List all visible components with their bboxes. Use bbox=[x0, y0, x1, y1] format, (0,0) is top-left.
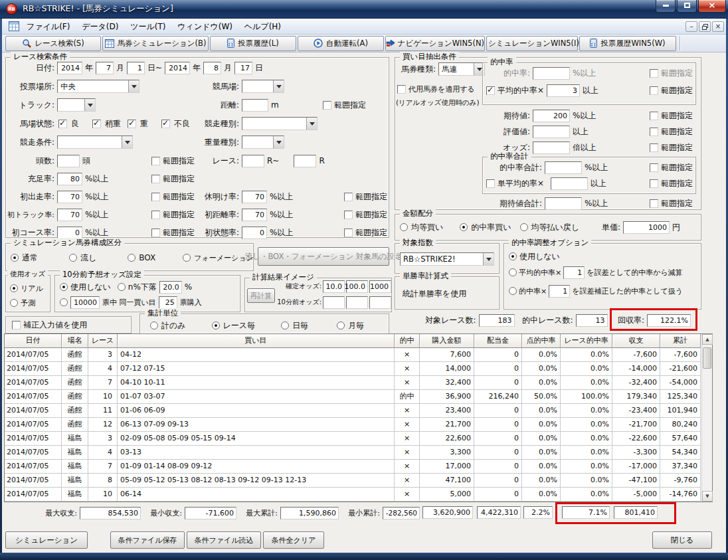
fill-rate-input[interactable]: 80 bbox=[57, 173, 82, 185]
ground-slightly-heavy-checkbox[interactable] bbox=[92, 120, 101, 128]
pre-odds-input-1[interactable] bbox=[323, 296, 345, 309]
fixed-odds-input-1[interactable]: 10.0 bbox=[323, 280, 345, 293]
table-row[interactable]: 2014/07/05 函館 11 01-06 06-09 × 23,400 0 … bbox=[5, 404, 712, 418]
ticket-formation-radio[interactable] bbox=[183, 254, 191, 262]
vote-history-win5-button[interactable]: 投票履歴WIN5(W) bbox=[579, 36, 676, 51]
evaluation-value-input[interactable] bbox=[533, 126, 570, 138]
correction-checkbox[interactable] bbox=[12, 321, 21, 329]
load-condition-file-button[interactable]: 条件ファイル読込 bbox=[187, 531, 261, 549]
date-from-year-input[interactable]: 2014 bbox=[57, 62, 82, 74]
col-header-place[interactable]: 場名 bbox=[62, 334, 88, 348]
adjust-corrected-radio[interactable] bbox=[509, 287, 517, 295]
race-from-input[interactable] bbox=[242, 155, 264, 167]
unit-per-race-radio[interactable] bbox=[212, 322, 220, 329]
first-distance-rate-range-checkbox[interactable] bbox=[344, 211, 353, 219]
table-row[interactable]: 2014/07/05 函館 12 06-13 07-09 09-13 × 21,… bbox=[5, 418, 712, 432]
evaluation-value-range-checkbox[interactable] bbox=[650, 128, 658, 136]
amount-equal-return-radio[interactable] bbox=[520, 223, 528, 231]
hit-rate-range-checkbox[interactable] bbox=[650, 69, 658, 78]
vote-history-button[interactable]: 投票履歴(L) bbox=[210, 36, 296, 51]
date-to-year-input[interactable]: 2014 bbox=[165, 62, 190, 74]
adjust-corrected-input[interactable]: 1 bbox=[549, 285, 570, 298]
odds-filter-range-checkbox[interactable] bbox=[650, 143, 658, 152]
expected-value-range-checkbox[interactable] bbox=[650, 112, 658, 120]
adjust-unused-radio[interactable] bbox=[509, 252, 517, 260]
maximize-button[interactable] bbox=[677, 0, 697, 13]
amount-hit-rate-buy-radio[interactable] bbox=[460, 223, 468, 231]
simulation-win5-button[interactable]: シミュレーションWIN5(I) bbox=[486, 36, 578, 51]
avg-hit-rate-range-checkbox[interactable] bbox=[650, 86, 658, 95]
recalc-button[interactable]: 再計算 bbox=[247, 288, 275, 303]
expected-total-input[interactable] bbox=[545, 197, 582, 210]
expected-value-input[interactable]: 200 bbox=[533, 110, 570, 122]
table-row[interactable]: 2014/07/05 福島 8 05-09 05-12 05-13 08-12 … bbox=[5, 474, 712, 488]
simulation-button[interactable]: シミュレーション bbox=[5, 531, 88, 549]
odds-predict-radio[interactable] bbox=[10, 299, 18, 307]
weight-type-select[interactable] bbox=[242, 136, 284, 149]
votes-buy-input[interactable]: 25 bbox=[159, 296, 177, 309]
ticket-type-select[interactable]: 馬連 bbox=[438, 62, 485, 76]
table-row[interactable]: 2014/07/05 函館 3 04-12 × 7,600 0 0.0% 0.0… bbox=[5, 348, 712, 362]
col-header-purchase[interactable]: 購入金額 bbox=[420, 334, 474, 348]
menu-file[interactable]: ファイル(F) bbox=[22, 19, 74, 33]
rest-rate-range-checkbox[interactable] bbox=[344, 193, 353, 201]
first-course-rate-range-checkbox[interactable] bbox=[151, 229, 160, 237]
fixed-odds-input-3[interactable]: 1000 bbox=[369, 280, 391, 293]
ground-bad-checkbox[interactable] bbox=[161, 120, 170, 128]
date-to-day-input[interactable]: 17 bbox=[234, 62, 252, 74]
single-avg-rate-input[interactable] bbox=[551, 177, 588, 190]
menu-tools[interactable]: ツール(T) bbox=[126, 19, 170, 33]
unit-total-only-radio[interactable] bbox=[150, 322, 158, 329]
race-to-input[interactable] bbox=[294, 155, 316, 167]
date-from-month-input[interactable]: 7 bbox=[96, 62, 114, 74]
heads-range-checkbox[interactable] bbox=[151, 157, 160, 165]
menu-window[interactable]: ウィンドウ(W) bbox=[173, 19, 237, 33]
bet-simulation-button[interactable]: 馬券シミュレーション(B) bbox=[102, 36, 209, 51]
mdi-close-button[interactable]: × bbox=[712, 21, 724, 32]
first-distance-rate-input[interactable]: 70 bbox=[242, 209, 267, 221]
mdi-restore-button[interactable] bbox=[699, 21, 711, 32]
ground-good-checkbox[interactable] bbox=[58, 120, 67, 128]
auto-drive-button[interactable]: 自動運転(A) bbox=[298, 36, 384, 51]
col-header-bets[interactable]: 買い目 bbox=[118, 334, 395, 348]
date-from-day-input[interactable]: 1 bbox=[127, 62, 145, 74]
first-run-rate-range-checkbox[interactable] bbox=[151, 193, 160, 201]
table-row[interactable]: 2014/07/05 福島 3 02-09 05-08 05-09 05-15 … bbox=[5, 432, 712, 446]
table-row[interactable]: 2014/07/05 福島 10 06-14 × 5,000 0 0.0% 0.… bbox=[5, 488, 712, 502]
rest-rate-input[interactable]: 70 bbox=[242, 191, 267, 203]
col-header-payout[interactable]: 配当金 bbox=[474, 334, 522, 348]
first-course-rate-input[interactable]: 0 bbox=[57, 227, 82, 239]
scrollbar-thumb[interactable] bbox=[703, 347, 711, 369]
date-to-month-input[interactable]: 8 bbox=[203, 62, 221, 74]
close-button[interactable]: × bbox=[698, 0, 726, 13]
avg-hit-rate-checkbox[interactable] bbox=[486, 86, 495, 95]
pre-odds-unused-radio[interactable] bbox=[60, 283, 68, 291]
table-row[interactable]: 2014/07/05 函館 7 04-10 10-11 × 32,400 0 0… bbox=[5, 376, 712, 390]
race-condition-select[interactable] bbox=[57, 136, 133, 149]
odds-real-radio[interactable] bbox=[10, 284, 18, 292]
unit-per-month-radio[interactable] bbox=[337, 322, 345, 329]
place-select[interactable]: 中央 bbox=[57, 80, 139, 93]
heads-input[interactable] bbox=[57, 155, 80, 167]
race-search-button[interactable]: レース検索(S) bbox=[5, 36, 101, 51]
pre-odds-input-3[interactable] bbox=[369, 296, 391, 309]
hit-rate-total-range-checkbox[interactable] bbox=[650, 163, 658, 172]
col-header-total[interactable]: 累計 bbox=[660, 334, 701, 348]
pre-odds-votes-radio[interactable] bbox=[60, 298, 68, 306]
scroll-up-button[interactable]: ▲ bbox=[702, 334, 713, 345]
ground-heavy-checkbox[interactable] bbox=[128, 120, 136, 128]
adjust-avg-subtract-radio[interactable] bbox=[509, 268, 517, 276]
minimize-button[interactable] bbox=[656, 0, 676, 13]
unit-per-day-radio[interactable] bbox=[281, 322, 289, 329]
mdi-minimize-button[interactable]: – bbox=[685, 21, 697, 32]
fixed-odds-input-2[interactable]: 100.0 bbox=[346, 280, 368, 293]
pre-odds-input-2[interactable] bbox=[346, 296, 368, 309]
race-type-select[interactable] bbox=[242, 117, 318, 130]
col-header-race[interactable]: レース bbox=[88, 334, 118, 348]
fill-rate-range-checkbox[interactable] bbox=[151, 175, 160, 183]
table-row[interactable]: 2014/07/05 福島 4 03-13 × 3,300 0 0.0% 0.0… bbox=[5, 446, 712, 460]
drop-percent-input[interactable]: 20.0 bbox=[159, 281, 182, 294]
substitute-ticket-checkbox[interactable] bbox=[397, 85, 406, 94]
save-condition-file-button[interactable]: 条件ファイル保存 bbox=[110, 531, 185, 549]
col-header-race-hit-rate[interactable]: レース的中率 bbox=[561, 334, 612, 348]
